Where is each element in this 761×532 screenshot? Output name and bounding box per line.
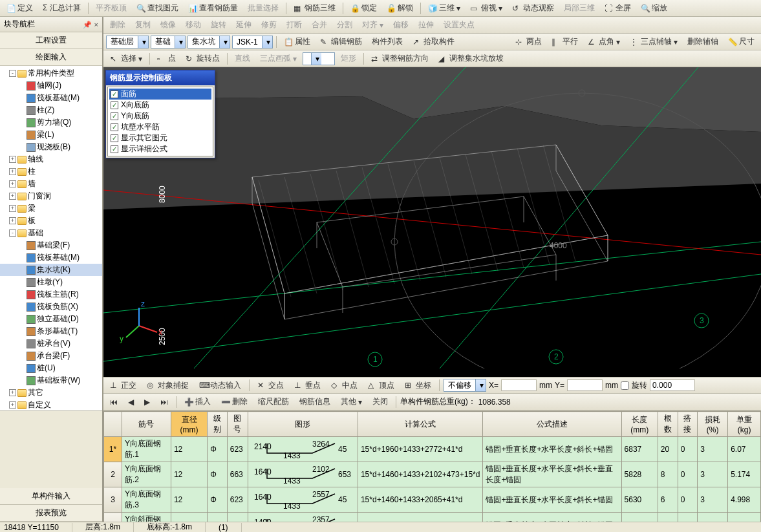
- table-row[interactable]: 1*Y向底面钢筋.112Φ6232140143332644515*d+1960+…: [104, 437, 761, 462]
- cell[interactable]: 12: [171, 487, 207, 513]
- tree-item[interactable]: +自定义: [0, 399, 102, 410]
- shape-cell[interactable]: 21401433326445: [248, 437, 358, 462]
- expand-icon[interactable]: +: [9, 193, 16, 200]
- tree-item[interactable]: 柱墩(Y): [0, 276, 102, 288]
- cell[interactable]: 12: [171, 437, 207, 462]
- tree-item[interactable]: 现浇板(B): [0, 141, 102, 153]
- expand-icon[interactable]: +: [9, 168, 16, 175]
- layer-combo[interactable]: 基础层▾: [106, 36, 149, 48]
- perp-button[interactable]: ⊥垂点: [290, 378, 325, 393]
- trim-button[interactable]: 修剪: [257, 17, 281, 32]
- tree-item[interactable]: +其它: [0, 387, 102, 399]
- cell[interactable]: Φ: [208, 437, 228, 462]
- define-button[interactable]: 📄定义: [3, 1, 37, 16]
- col-header[interactable]: 损耗(%): [698, 412, 728, 437]
- table-row[interactable]: 3Y向底面钢筋.312Φ6231640143325574515*d+1460+1…: [104, 487, 761, 513]
- cell[interactable]: 663: [227, 462, 248, 487]
- cell[interactable]: Y向底面钢筋.3: [122, 487, 171, 513]
- mid-button[interactable]: ◇中点: [327, 378, 361, 393]
- expand-icon[interactable]: +: [9, 156, 16, 163]
- cell[interactable]: 6: [658, 487, 678, 513]
- rotate-button[interactable]: 旋转: [207, 17, 230, 32]
- expand-icon[interactable]: +: [9, 217, 16, 224]
- display-option[interactable]: ✓显示详细公式: [109, 144, 211, 154]
- parallel-button[interactable]: ∥平行: [548, 34, 582, 49]
- cell[interactable]: 5.174: [728, 462, 761, 487]
- close-icon[interactable]: ×: [94, 21, 98, 28]
- tree-item[interactable]: 轴网(J): [0, 80, 102, 92]
- ortho-button[interactable]: ⊥正交: [106, 378, 140, 393]
- tree-item[interactable]: 桩(U): [0, 362, 102, 374]
- col-header[interactable]: 根数: [658, 412, 678, 437]
- cell[interactable]: 4.998: [728, 487, 761, 513]
- tree-item[interactable]: 梁(L): [0, 129, 102, 141]
- checkbox-icon[interactable]: ✓: [111, 101, 118, 109]
- display-option[interactable]: ✓Y向底筋: [109, 111, 211, 122]
- cell[interactable]: 15*d+1960+1433+2772+41*d: [358, 437, 483, 462]
- expand-icon[interactable]: +: [9, 205, 16, 212]
- cell[interactable]: 4.822: [728, 513, 761, 522]
- y-input[interactable]: [567, 379, 603, 391]
- other-button[interactable]: 其他 ▾: [337, 394, 366, 409]
- local-3d-button[interactable]: 局部三维: [560, 1, 599, 16]
- cell[interactable]: 锚固+垂直长度+水平长度+斜长+锚固: [483, 437, 621, 462]
- cell[interactable]: 1: [658, 513, 678, 522]
- setgrip-button[interactable]: 设置夹点: [440, 17, 478, 32]
- cell[interactable]: 锚固+垂直长度+水平长度+斜长+锚固: [483, 487, 621, 513]
- cell[interactable]: 3: [698, 487, 728, 513]
- point-angle-button[interactable]: ∠点角 ▾: [584, 34, 624, 49]
- cell[interactable]: 6.07: [728, 437, 761, 462]
- col-header[interactable]: 单重(kg): [728, 412, 761, 437]
- tree-item[interactable]: 承台梁(F): [0, 350, 102, 362]
- tree-item[interactable]: +门窗洞: [0, 190, 102, 202]
- col-header[interactable]: 直径(mm): [171, 412, 207, 437]
- flatview-button[interactable]: 平齐板顶: [92, 1, 131, 16]
- find-button[interactable]: 🔍查找图元: [133, 1, 182, 16]
- tree-item[interactable]: 基础板带(W): [0, 374, 102, 387]
- rot-point-button[interactable]: ↻旋转点: [182, 51, 224, 66]
- edit-rebar-button[interactable]: ✎编辑钢筋: [316, 34, 366, 49]
- pick-button[interactable]: ↗拾取构件: [409, 34, 458, 49]
- nav-next-button[interactable]: ▶: [140, 396, 154, 409]
- batch-select-button[interactable]: 批量选择: [244, 1, 283, 16]
- tree-item[interactable]: -常用构件类型: [0, 67, 102, 80]
- col-header[interactable]: 图号: [227, 412, 248, 437]
- cell[interactable]: 0: [678, 462, 698, 487]
- type-combo[interactable]: 基础▾: [151, 36, 186, 48]
- unlock-button[interactable]: 🔓解锁: [383, 1, 417, 16]
- rotate-input[interactable]: [650, 379, 695, 391]
- col-header[interactable]: 长度(mm): [621, 412, 658, 437]
- sum-button[interactable]: Σ 汇总计算: [39, 1, 85, 16]
- rebar-info-button[interactable]: 钢筋信息: [295, 394, 334, 409]
- cell[interactable]: 15*d+1319+1575+1865+41*d: [358, 513, 483, 522]
- break-button[interactable]: 打断: [283, 17, 306, 32]
- cell[interactable]: Φ: [208, 462, 228, 487]
- scale-button[interactable]: 缩尺配筋: [254, 394, 293, 409]
- code-combo[interactable]: JSK-1▾: [232, 36, 273, 48]
- offset-combo[interactable]: 不偏移▾: [444, 379, 486, 392]
- insert-button[interactable]: ➕插入: [180, 394, 215, 409]
- cell[interactable]: 12: [171, 462, 207, 487]
- rebar-3d-button[interactable]: ▦钢筋三维: [290, 1, 339, 16]
- move-button[interactable]: 移动: [182, 17, 205, 32]
- cell[interactable]: 20: [658, 437, 678, 462]
- cell[interactable]: 6837: [621, 437, 658, 462]
- table-row[interactable]: 2Y向底面钢筋.212Φ66316401433210265315*d+1460+…: [104, 462, 761, 487]
- tab-single-input[interactable]: 单构件输入: [0, 488, 102, 505]
- checkbox-icon[interactable]: ✓: [111, 90, 118, 98]
- expand-icon[interactable]: +: [9, 401, 16, 409]
- fullscreen-button[interactable]: ⛶全屏: [601, 1, 635, 16]
- tree-item[interactable]: +板: [0, 215, 102, 227]
- adj-slope-button[interactable]: ◢调整集水坑放坡: [434, 51, 508, 66]
- col-header[interactable]: 图形: [248, 412, 358, 437]
- col-header[interactable]: 搭接: [678, 412, 698, 437]
- select-button[interactable]: ↖选择 ▾: [106, 51, 146, 66]
- cell[interactable]: 12: [171, 513, 207, 522]
- draw-combo[interactable]: ▾: [303, 52, 335, 65]
- tree-item[interactable]: +梁: [0, 202, 102, 215]
- rebar-table-wrap[interactable]: 筋号直径(mm)级别图号图形计算公式公式描述长度(mm)根数搭接损耗(%)单重(…: [103, 410, 761, 522]
- close-button[interactable]: 关闭: [369, 394, 392, 409]
- cell[interactable]: 3: [698, 462, 728, 487]
- component-tree[interactable]: -常用构件类型轴网(J)筏板基础(M)柱(Z)剪力墙(Q)梁(L)现浇板(B)+…: [0, 66, 102, 410]
- expand-icon[interactable]: +: [9, 180, 16, 187]
